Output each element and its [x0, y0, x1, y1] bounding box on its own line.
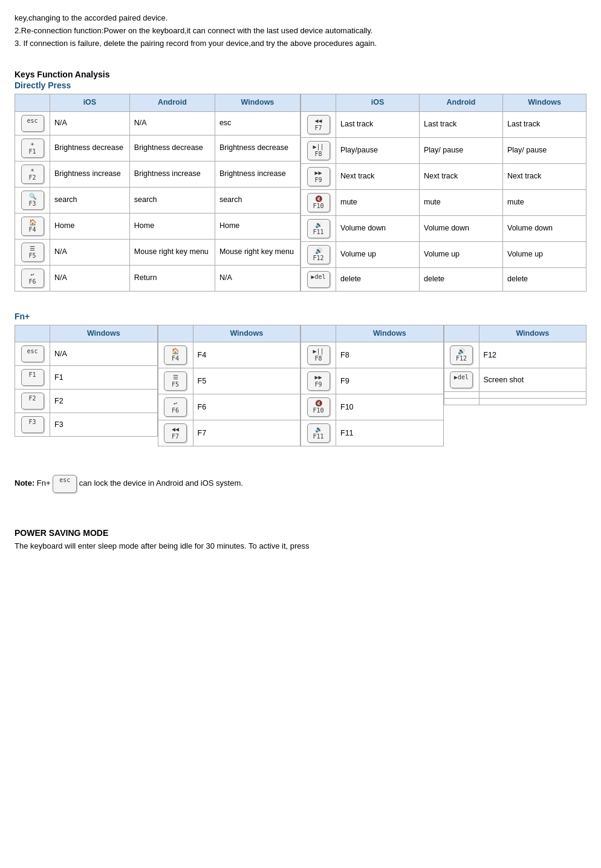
- value-cell: Brightness decrease: [50, 135, 130, 161]
- dp-left-header-android: Android: [129, 94, 215, 112]
- intro-line-2: 2.Re-connection function:Power on the ke…: [15, 26, 372, 35]
- table-row: ▶|| F8F8: [301, 342, 444, 368]
- power-saving-title: POWER SAVING MODE: [15, 528, 586, 538]
- key-cell: ☀ F1: [15, 135, 50, 161]
- value-cell: Mouse right key menu: [129, 239, 215, 265]
- key-icon: 🔉 F11: [307, 219, 330, 238]
- value-cell: Mouse right key menu: [215, 239, 300, 265]
- table-row: ▶deldeletedeletedelete: [301, 267, 586, 291]
- key-cell: ☰ F5: [15, 239, 50, 265]
- value-cell: F5: [193, 368, 300, 394]
- table-row: ☰ F5N/AMouse right key menuMouse right k…: [15, 239, 300, 265]
- key-icon: ↩ F6: [21, 269, 44, 288]
- table-row: F1F1: [15, 366, 158, 390]
- value-cell: Brightness increase: [50, 161, 130, 187]
- value-cell: Next track: [420, 163, 503, 189]
- key-cell: esc: [15, 111, 50, 135]
- value-cell: Next track: [336, 163, 420, 189]
- key-cell: [444, 399, 479, 405]
- value-cell: [479, 399, 586, 405]
- key-icon: F3: [21, 416, 44, 433]
- table-row: 🔉 F11F11: [301, 420, 444, 446]
- directly-press-label: Directly Press: [15, 80, 586, 90]
- fn-col-header-val: Windows: [193, 325, 300, 342]
- key-icon: ▶|| F8: [307, 345, 330, 365]
- value-cell: delete: [503, 267, 586, 291]
- key-cell: 🔍 F3: [15, 187, 50, 213]
- dp-table-left: iOS Android Windows esc N/AN/Aesc☀ F1Bri…: [15, 94, 300, 292]
- value-cell: Volume up: [336, 241, 420, 267]
- fn-col-1: Windows🏠 F4F4☰ F5F5↩ F6F6◀◀ F7F7: [158, 325, 301, 447]
- value-cell: Volume up: [503, 241, 586, 267]
- value-cell: F1: [50, 366, 158, 390]
- key-icon: 🏠 F4: [21, 217, 44, 236]
- dp-right-header-ios: iOS: [336, 94, 420, 112]
- value-cell: Volume down: [336, 215, 420, 241]
- value-cell: Volume down: [420, 215, 503, 241]
- table-row: [444, 399, 586, 405]
- table-row: 🏠 F4HomeHomeHome: [15, 213, 300, 239]
- key-cell: ▶▶ F9: [301, 368, 336, 394]
- table-row: esc N/AN/Aesc: [15, 111, 300, 135]
- key-cell: ↩ F6: [158, 394, 193, 420]
- fn-plus-label: Fn+: [15, 312, 586, 321]
- value-cell: mute: [503, 189, 586, 215]
- value-cell: Play/pause: [336, 137, 420, 163]
- note-prefix: Note:: [15, 479, 34, 488]
- value-cell: F10: [336, 394, 444, 420]
- key-cell: ▶|| F8: [301, 137, 336, 163]
- key-icon: ☀ F1: [21, 139, 44, 158]
- value-cell: N/A: [50, 342, 158, 366]
- key-icon: ☰ F5: [21, 243, 44, 262]
- table-row: 🔇 F10F10: [301, 394, 444, 420]
- fn-col-header-val: Windows: [479, 325, 586, 342]
- value-cell: Brightness increase: [129, 161, 215, 187]
- table-row: ▶▶ F9Next trackNext trackNext track: [301, 163, 586, 189]
- table-row: ▶|| F8Play/pausePlay/ pausePlay/ pause: [301, 137, 586, 163]
- key-icon: ▶del: [307, 271, 330, 288]
- table-row: ↩ F6N/AReturnN/A: [15, 265, 300, 291]
- value-cell: Play/ pause: [503, 137, 586, 163]
- key-cell: ◀◀ F7: [158, 420, 193, 446]
- value-cell: [479, 392, 586, 399]
- value-cell: F6: [193, 394, 300, 420]
- value-cell: Next track: [503, 163, 586, 189]
- dp-left-header-key: [15, 94, 50, 112]
- value-cell: Brightness decrease: [129, 135, 215, 161]
- value-cell: Home: [215, 213, 300, 239]
- dp-table-right: iOS Android Windows ◀◀ F7Last trackLast …: [300, 94, 586, 292]
- fn-col-header-val: Windows: [50, 325, 158, 342]
- key-cell: 🔇 F10: [301, 394, 336, 420]
- value-cell: F2: [50, 390, 158, 413]
- key-cell: F2: [15, 390, 50, 413]
- table-row: ◀◀ F7F7: [158, 420, 300, 446]
- key-cell: ▶del: [301, 267, 336, 291]
- key-icon: 🔉 F11: [307, 423, 330, 443]
- key-icon: F2: [21, 393, 44, 410]
- table-row: 🏠 F4F4: [158, 342, 300, 368]
- key-icon: ◀◀ F7: [164, 423, 187, 443]
- value-cell: Brightness increase: [215, 161, 300, 187]
- value-cell: F9: [336, 368, 444, 394]
- table-row: ▶▶ F9F9: [301, 368, 444, 394]
- key-icon: ▶|| F8: [307, 141, 330, 160]
- fn-tables: Windowsesc N/AF1F1F2F2F3F3Windows🏠 F4F4☰…: [15, 325, 586, 447]
- value-cell: F8: [336, 342, 444, 368]
- value-cell: F3: [50, 413, 158, 437]
- value-cell: Return: [129, 265, 215, 291]
- value-cell: Screen shot: [479, 368, 586, 392]
- key-icon: 🔍 F3: [21, 191, 44, 210]
- table-row: ◀◀ F7Last trackLast trackLast track: [301, 111, 586, 137]
- fn-col-3: Windows🔊 F12F12▶delScreen shot: [444, 325, 587, 447]
- key-cell: 🔉 F11: [301, 420, 336, 446]
- table-row: [444, 392, 586, 399]
- value-cell: delete: [336, 267, 420, 291]
- key-cell: ▶▶ F9: [301, 163, 336, 189]
- value-cell: N/A: [50, 111, 130, 135]
- key-cell: 🔊 F12: [301, 241, 336, 267]
- key-cell: 🏠 F4: [158, 342, 193, 368]
- table-row: ↩ F6F6: [158, 394, 300, 420]
- value-cell: mute: [336, 189, 420, 215]
- key-icon: esc: [21, 115, 44, 132]
- value-cell: Home: [50, 213, 130, 239]
